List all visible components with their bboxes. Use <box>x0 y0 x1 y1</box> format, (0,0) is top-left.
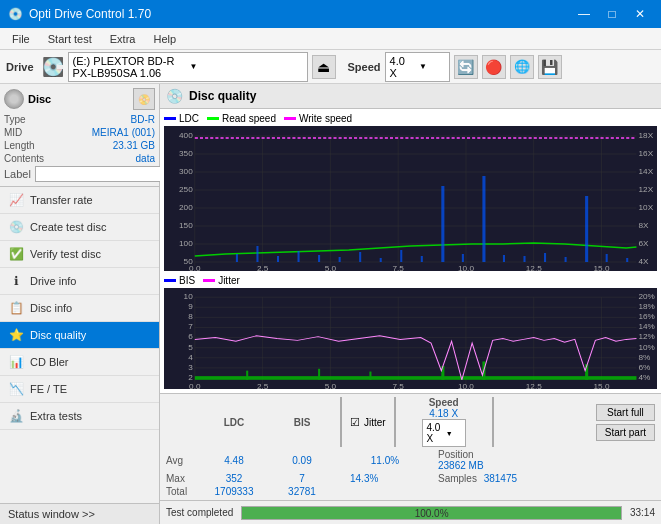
write-speed-color <box>284 117 296 120</box>
position-value: 23862 MB <box>438 460 518 471</box>
svg-rect-102 <box>195 376 637 380</box>
bottom-chart-svg: 10 9 8 7 6 5 4 3 2 20% 18% 16% 14% 12% <box>164 288 657 389</box>
app-title: Opti Drive Control 1.70 <box>29 7 151 21</box>
title-bar: 💿 Opti Drive Control 1.70 — □ ✕ <box>0 0 661 28</box>
svg-text:18%: 18% <box>639 303 656 311</box>
svg-rect-42 <box>277 256 279 262</box>
nav-label-disc-quality: Disc quality <box>30 329 86 341</box>
stats-max-row: Max 352 7 14.3% Samples 381475 <box>166 473 655 484</box>
sidebar-item-verify-test-disc[interactable]: ✅ Verify test disc <box>0 241 159 268</box>
bottom-chart-legend: BIS Jitter <box>164 275 657 286</box>
svg-rect-53 <box>503 255 505 262</box>
svg-text:4%: 4% <box>639 373 651 381</box>
legend-jitter: Jitter <box>203 275 240 286</box>
avg-label: Avg <box>166 455 196 466</box>
svg-text:16%: 16% <box>639 313 656 321</box>
top-chart-wrapper: 400 350 300 250 200 150 100 50 18X 16X 1… <box>164 126 657 271</box>
svg-text:10: 10 <box>184 292 194 300</box>
svg-rect-44 <box>318 255 320 262</box>
bis-max-col: 7 <box>272 473 332 484</box>
ldc-max: 352 <box>226 473 243 484</box>
drive-select[interactable]: (E:) PLEXTOR BD-R PX-LB950SA 1.06 ▼ <box>68 52 308 82</box>
svg-rect-41 <box>256 246 258 262</box>
start-part-button[interactable]: Start part <box>596 424 655 441</box>
ldc-total: 1709333 <box>215 486 254 497</box>
bis-total-col: 32781 <box>272 486 332 497</box>
sidebar-item-create-test-disc[interactable]: 💿 Create test disc <box>0 214 159 241</box>
position-label: Position <box>438 449 518 460</box>
menu-extra[interactable]: Extra <box>102 31 144 47</box>
svg-text:10.0: 10.0 <box>458 382 475 389</box>
ldc-avg: 4.48 <box>224 455 243 466</box>
title-bar-controls: — □ ✕ <box>571 4 653 24</box>
start-full-button[interactable]: Start full <box>596 404 655 421</box>
stats-col-bis: BIS <box>272 417 332 428</box>
sidebar-item-transfer-rate[interactable]: 📈 Transfer rate <box>0 187 159 214</box>
globe-button[interactable]: 🌐 <box>510 55 534 79</box>
sidebar-item-disc-info[interactable]: 📋 Disc info <box>0 295 159 322</box>
svg-text:10X: 10X <box>639 203 654 212</box>
svg-rect-58 <box>606 254 608 262</box>
legend-read-speed: Read speed <box>207 113 276 124</box>
menu-file[interactable]: File <box>4 31 38 47</box>
contents-label: Contents <box>4 153 44 164</box>
sidebar-item-fe-te[interactable]: 📉 FE / TE <box>0 376 159 403</box>
svg-text:15.0: 15.0 <box>594 382 611 389</box>
save-button[interactable]: 💾 <box>538 55 562 79</box>
svg-text:9: 9 <box>188 303 193 311</box>
status-window-label: Status window >> <box>8 508 95 520</box>
chevron-down-icon3: ▼ <box>446 430 461 437</box>
jitter-avg: 11.0% <box>350 455 420 466</box>
refresh-button[interactable]: 🔄 <box>454 55 478 79</box>
svg-text:8X: 8X <box>639 221 650 230</box>
jitter-chart-label: Jitter <box>218 275 240 286</box>
svg-text:10.0: 10.0 <box>458 264 474 271</box>
stats-headers-row: LDC BIS ☑ Jitter Speed 4.18 X 4.0 X ▼ <box>166 397 655 447</box>
minimize-button[interactable]: — <box>571 4 597 24</box>
svg-rect-52 <box>482 176 485 262</box>
speed-select[interactable]: 4.0 X ▼ <box>385 52 450 82</box>
chart-title: Disc quality <box>189 89 256 103</box>
status-window-btn[interactable]: Status window >> <box>0 503 159 524</box>
contents-value: data <box>136 153 155 164</box>
menu-help[interactable]: Help <box>145 31 184 47</box>
total-label: Total <box>166 486 196 497</box>
menu-start-test[interactable]: Start test <box>40 31 100 47</box>
bis-avg: 0.09 <box>292 455 311 466</box>
nav-label-drive-info: Drive info <box>30 275 76 287</box>
type-label: Type <box>4 114 26 125</box>
write-speed-label: Write speed <box>299 113 352 124</box>
svg-text:3: 3 <box>188 363 193 371</box>
jitter-checkbox[interactable]: ☑ <box>350 416 360 429</box>
title-bar-left: 💿 Opti Drive Control 1.70 <box>8 7 151 21</box>
jitter-avg-col: 11.0% <box>350 455 420 466</box>
label-row: Label ✏ <box>4 166 155 182</box>
max-label: Max <box>166 473 196 484</box>
sidebar-item-cd-bler[interactable]: 📊 CD Bler <box>0 349 159 376</box>
speed-select-stat[interactable]: 4.0 X ▼ <box>422 419 466 447</box>
maximize-button[interactable]: □ <box>599 4 625 24</box>
disc-type-row: Type BD-R <box>4 114 155 125</box>
svg-rect-47 <box>380 258 382 262</box>
verify-test-disc-icon: ✅ <box>8 246 24 262</box>
stats-bar: LDC BIS ☑ Jitter Speed 4.18 X 4.0 X ▼ <box>160 393 661 500</box>
top-chart-svg: 400 350 300 250 200 150 100 50 18X 16X 1… <box>164 126 657 271</box>
close-button[interactable]: ✕ <box>627 4 653 24</box>
disc-contents-row: Contents data <box>4 153 155 164</box>
progress-bar: 100.0% <box>241 506 622 520</box>
eject-button[interactable]: ⏏ <box>312 55 336 79</box>
svg-rect-107 <box>318 369 320 380</box>
toolbar: Drive 💽 (E:) PLEXTOR BD-R PX-LB950SA 1.0… <box>0 50 661 84</box>
record-button[interactable]: 🔴 <box>482 55 506 79</box>
svg-text:0.0: 0.0 <box>189 382 201 389</box>
sidebar-item-disc-quality[interactable]: ⭐ Disc quality <box>0 322 159 349</box>
sidebar-item-extra-tests[interactable]: 🔬 Extra tests <box>0 403 159 430</box>
bis-header: BIS <box>294 417 311 428</box>
svg-text:10%: 10% <box>639 343 656 351</box>
sidebar-item-drive-info[interactable]: ℹ Drive info <box>0 268 159 295</box>
label-input[interactable] <box>35 166 164 182</box>
svg-text:14%: 14% <box>639 323 656 331</box>
bottom-chart-wrapper: 10 9 8 7 6 5 4 3 2 20% 18% 16% 14% 12% <box>164 288 657 389</box>
disc-image-btn[interactable]: 📀 <box>133 88 155 110</box>
svg-text:15.0: 15.0 <box>594 264 610 271</box>
